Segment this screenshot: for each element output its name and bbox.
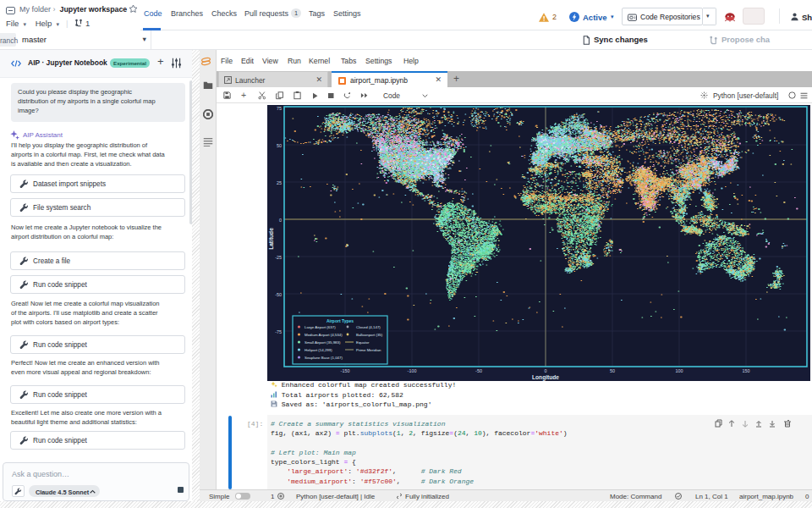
svg-text:Prime Meridian: Prime Meridian <box>356 348 381 352</box>
svg-text:-100: -100 <box>408 368 417 373</box>
svg-text:Latitude: Latitude <box>268 228 274 250</box>
svg-text:-75: -75 <box>275 329 282 334</box>
svg-text:150: 150 <box>743 368 750 373</box>
svg-text:Heliport (14,299): Heliport (14,299) <box>304 348 332 352</box>
svg-text:75: 75 <box>277 106 282 111</box>
svg-text:25: 25 <box>277 180 282 185</box>
svg-text:100: 100 <box>676 368 683 373</box>
svg-text:0: 0 <box>545 368 547 373</box>
svg-text:-50: -50 <box>475 368 482 373</box>
svg-text:-150: -150 <box>341 368 350 373</box>
svg-text:Equator: Equator <box>356 340 370 345</box>
svg-text:Balloonport (35): Balloonport (35) <box>356 333 383 337</box>
svg-text:-50: -50 <box>275 292 282 297</box>
svg-text:Airport Types: Airport Types <box>326 318 354 323</box>
svg-text:50: 50 <box>610 368 615 373</box>
svg-text:Small Airport (35,983): Small Airport (35,983) <box>304 340 341 345</box>
svg-text:Seaplane Base (1,047): Seaplane Base (1,047) <box>304 356 343 360</box>
svg-text:Longitude: Longitude <box>532 374 559 381</box>
svg-text:Large Airport (637): Large Airport (637) <box>304 325 336 329</box>
svg-text:-25: -25 <box>275 255 282 260</box>
svg-text:50: 50 <box>277 143 282 148</box>
svg-text:Medium Airport (4,534): Medium Airport (4,534) <box>304 333 343 337</box>
svg-text:0: 0 <box>279 218 282 223</box>
svg-text:Closed (4,147): Closed (4,147) <box>356 325 381 329</box>
